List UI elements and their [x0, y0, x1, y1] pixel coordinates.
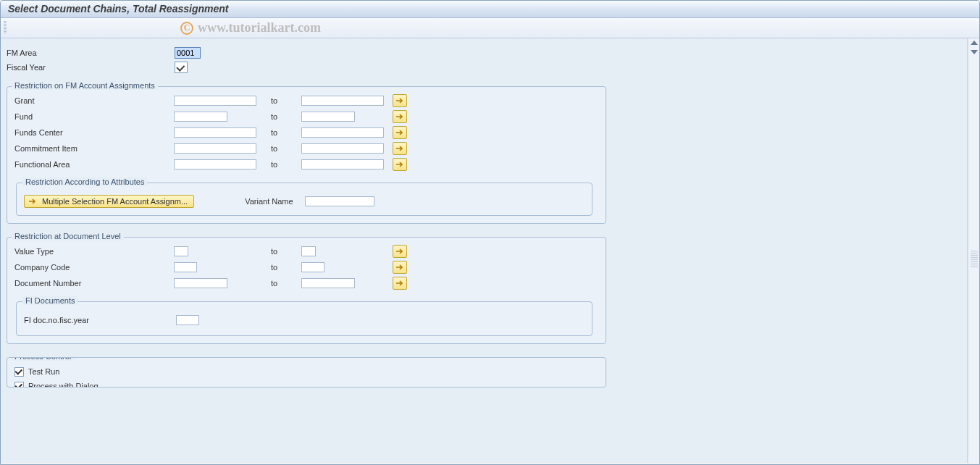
- funds-center-from-input[interactable]: [174, 127, 256, 138]
- page-title-text: Select Document Chains, Total Reassignme…: [8, 3, 228, 14]
- fund-to-input[interactable]: [301, 112, 355, 122]
- functional-area-from-input[interactable]: [174, 159, 256, 169]
- value-type-label: Value Type: [14, 247, 174, 256]
- fund-to-label: to: [271, 112, 301, 121]
- arrow-right-icon: [395, 97, 404, 104]
- grant-range-button[interactable]: [393, 94, 407, 107]
- test-run-label: Test Run: [28, 367, 59, 376]
- funds-center-label: Funds Center: [14, 128, 174, 137]
- grp-fm-account-assignments: Restriction on FM Account Assignments Gr…: [7, 86, 606, 224]
- fi-doc-input[interactable]: [176, 315, 199, 325]
- functional-area-to-input[interactable]: [301, 159, 384, 169]
- grant-to-label: to: [271, 96, 301, 105]
- functional-area-to-label: to: [271, 160, 301, 169]
- document-number-label: Document Number: [14, 279, 174, 288]
- grp-document-level: Restriction at Document Level Value Type…: [7, 237, 606, 344]
- scroll-up-icon: [971, 41, 978, 45]
- arrow-right-icon: [395, 145, 404, 152]
- commitment-item-from-input[interactable]: [174, 143, 256, 154]
- company-code-from-input[interactable]: [174, 262, 197, 272]
- fm-area-label: FM Area: [7, 49, 175, 57]
- variant-name-input[interactable]: [305, 196, 374, 206]
- subgrp-attributes: Restriction According to Attributes Mult…: [16, 183, 592, 216]
- scroll-down-icon: [971, 50, 978, 54]
- multiple-selection-button[interactable]: Multiple Selection FM Account Assignm...: [24, 195, 194, 208]
- commitment-item-to-input[interactable]: [301, 143, 384, 154]
- grp1-title: Restriction on FM Account Assignments: [12, 81, 158, 90]
- arrow-right-icon: [395, 129, 404, 136]
- commitment-item-range-button[interactable]: [393, 142, 407, 155]
- fund-range-button[interactable]: [393, 110, 407, 123]
- fund-from-input[interactable]: [174, 112, 227, 122]
- scrollbar-grip-icon: [971, 251, 978, 268]
- company-code-to-label: to: [271, 263, 301, 272]
- grp-process-control: Process Control Test Run Process with Di…: [7, 357, 606, 388]
- document-number-to-input[interactable]: [301, 278, 355, 288]
- toolbar: Cwww.tutorialkart.com: [1, 18, 979, 38]
- funds-center-range-button[interactable]: [393, 126, 407, 139]
- arrow-right-icon: [395, 113, 404, 120]
- funds-center-to-label: to: [271, 128, 301, 137]
- content-area: FM Area Fiscal Year Restriction on FM Ac…: [1, 38, 968, 463]
- company-code-range-button[interactable]: [393, 261, 407, 274]
- commitment-item-label: Commitment Item: [14, 144, 174, 153]
- fi-doc-label: FI doc.no.fisc.year: [24, 316, 176, 324]
- grant-to-input[interactable]: [301, 96, 384, 106]
- multiple-selection-button-label: Multiple Selection FM Account Assignm...: [42, 197, 188, 206]
- grp2-title: Restriction at Document Level: [12, 232, 124, 240]
- window-frame: Select Document Chains, Total Reassignme…: [0, 0, 980, 465]
- toolbar-handle: [4, 21, 7, 34]
- page-title: Select Document Chains, Total Reassignme…: [1, 1, 979, 18]
- arrow-right-icon: [395, 264, 404, 271]
- fund-label: Fund: [14, 112, 174, 121]
- document-number-to-label: to: [271, 279, 301, 288]
- grant-from-input[interactable]: [174, 96, 256, 106]
- functional-area-range-button[interactable]: [393, 158, 407, 171]
- arrow-right-icon: [395, 161, 404, 168]
- funds-center-to-input[interactable]: [301, 127, 384, 138]
- watermark: Cwww.tutorialkart.com: [180, 20, 321, 35]
- subgrp-attributes-title: Restriction According to Attributes: [22, 177, 147, 186]
- company-code-to-input[interactable]: [301, 262, 324, 272]
- process-dialog-checkbox[interactable]: [14, 382, 24, 388]
- fiscal-year-label: Fiscal Year: [7, 63, 175, 72]
- subgrp-fi-documents: FI Documents FI doc.no.fisc.year: [16, 301, 592, 336]
- value-type-to-label: to: [271, 247, 301, 256]
- arrow-right-icon: [28, 196, 38, 206]
- functional-area-label: Functional Area: [14, 160, 174, 169]
- company-code-label: Company Code: [14, 263, 174, 272]
- subgrp-fi-title: FI Documents: [22, 296, 78, 305]
- commitment-item-to-label: to: [271, 144, 301, 153]
- variant-name-label: Variant Name: [245, 197, 293, 206]
- value-type-range-button[interactable]: [393, 245, 407, 258]
- arrow-right-icon: [395, 280, 404, 287]
- document-number-range-button[interactable]: [393, 277, 407, 290]
- value-type-to-input[interactable]: [301, 246, 316, 256]
- arrow-right-icon: [395, 248, 404, 255]
- test-run-checkbox[interactable]: [14, 367, 24, 377]
- vertical-scrollbar[interactable]: [968, 38, 979, 463]
- grant-label: Grant: [14, 96, 174, 105]
- document-number-from-input[interactable]: [174, 278, 227, 288]
- value-type-from-input[interactable]: [174, 246, 188, 256]
- grp3-title: Process Control: [12, 357, 74, 361]
- fm-area-input[interactable]: [175, 47, 201, 59]
- fiscal-year-checkbox[interactable]: [175, 62, 188, 73]
- process-dialog-label: Process with Dialog: [28, 382, 99, 388]
